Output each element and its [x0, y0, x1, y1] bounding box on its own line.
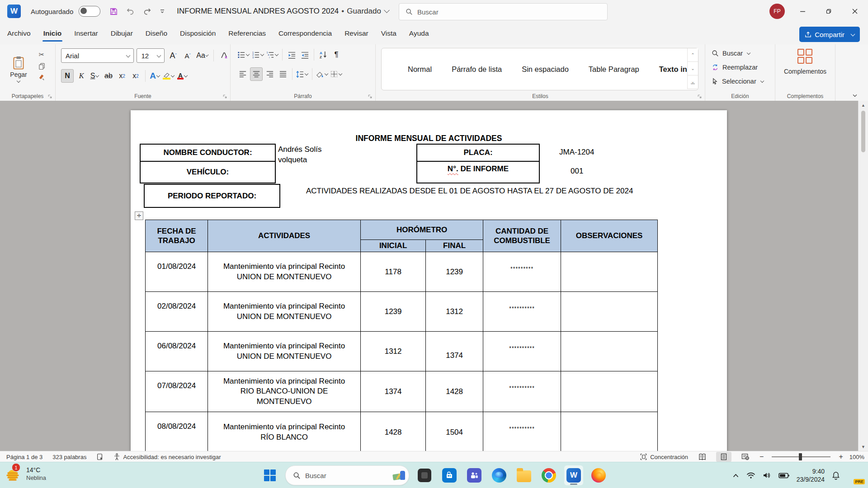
zoom-slider-thumb[interactable]: [799, 453, 802, 460]
justify-button[interactable]: [277, 68, 289, 80]
tab-revisar[interactable]: Revisar: [339, 23, 374, 43]
shrink-font-button[interactable]: Aˇ: [182, 49, 193, 62]
align-right-button[interactable]: [264, 68, 276, 80]
document-page[interactable]: INFORME MENSUAL DE ACTIVIDADES NOMBRE CO…: [131, 110, 727, 451]
style-parrafo-de-lista[interactable]: Párrafo de lista: [442, 65, 512, 74]
complementos-button[interactable]: Complementos: [783, 49, 828, 75]
font-name-combo[interactable]: Arial: [61, 48, 134, 63]
firefox-icon[interactable]: [589, 465, 608, 485]
battery-icon[interactable]: [778, 473, 789, 479]
subscript-button[interactable]: x2: [116, 70, 128, 82]
share-button[interactable]: Compartir: [799, 27, 860, 42]
tab-diseno[interactable]: Diseño: [140, 23, 173, 43]
document-title[interactable]: INFORME MENSUAL ANDRES AGOSTO 2024•Guard…: [177, 7, 389, 16]
text-effects-button[interactable]: A: [149, 70, 161, 82]
cut-icon[interactable]: ✂: [39, 51, 45, 59]
web-layout-button[interactable]: [738, 452, 753, 462]
customize-toolbar-icon[interactable]: [160, 9, 165, 14]
minimize-button[interactable]: [789, 0, 816, 23]
tab-disposicion[interactable]: Disposición: [175, 23, 221, 43]
tab-insertar[interactable]: Insertar: [69, 23, 104, 43]
tab-referencias[interactable]: Referencias: [223, 23, 271, 43]
align-center-button[interactable]: [250, 67, 263, 81]
scroll-down-icon[interactable]: ▼: [859, 442, 868, 451]
page-indicator[interactable]: Página 1 de 3: [6, 454, 42, 460]
styles-scroll-down[interactable]: ⌄: [687, 62, 698, 75]
chrome-icon[interactable]: [539, 465, 558, 485]
volume-icon[interactable]: [763, 472, 771, 479]
undo-icon[interactable]: [126, 7, 135, 16]
portapapeles-dialog-launcher[interactable]: [47, 94, 52, 99]
copilot-icon[interactable]: PRE: [847, 466, 863, 484]
activities-table[interactable]: FECHA DE TRABAJO ACTIVIDADES HORÓMETRO C…: [145, 220, 658, 451]
align-left-button[interactable]: [237, 68, 249, 80]
tab-ayuda[interactable]: Ayuda: [404, 23, 434, 43]
font-size-combo[interactable]: 12: [137, 48, 165, 63]
notification-bell-icon[interactable]: [832, 471, 840, 480]
microsoft-store-icon[interactable]: [440, 465, 459, 485]
multilevel-list-button[interactable]: 1ai: [266, 48, 279, 61]
style-sin-espaciado[interactable]: Sin espaciado: [512, 65, 579, 74]
select-button[interactable]: Seleccionar: [712, 76, 775, 86]
scroll-up-icon[interactable]: ▲: [859, 101, 868, 109]
weather-widget[interactable]: 1 14°C Neblina: [5, 465, 46, 484]
grow-font-button[interactable]: Aˆ: [167, 49, 179, 62]
find-button[interactable]: Buscar: [712, 48, 775, 58]
read-mode-button[interactable]: [694, 452, 710, 462]
tab-inicio[interactable]: Inicio: [38, 23, 67, 43]
file-explorer-icon[interactable]: [514, 465, 533, 485]
dark-app-icon[interactable]: [415, 465, 434, 485]
restore-button[interactable]: [816, 0, 842, 23]
tab-vista[interactable]: Vista: [376, 23, 402, 43]
zoom-level[interactable]: 100%: [849, 454, 864, 460]
increase-indent-button[interactable]: [299, 48, 311, 61]
zoom-in-button[interactable]: +: [839, 453, 843, 461]
redo-icon[interactable]: [143, 7, 151, 16]
tab-archivo[interactable]: Archivo: [2, 23, 36, 43]
line-spacing-button[interactable]: [296, 68, 309, 80]
accessibility-status[interactable]: Accesibilidad: es necesario investigar: [113, 453, 221, 460]
clock[interactable]: 9:40 23/9/2024: [797, 467, 825, 483]
autosave-toggle[interactable]: [79, 6, 100, 17]
taskbar-search[interactable]: Buscar: [285, 465, 409, 485]
tray-chevron-icon[interactable]: [732, 473, 739, 478]
scrollbar-thumb[interactable]: [861, 111, 865, 152]
save-icon[interactable]: [109, 7, 118, 16]
bullet-list-button[interactable]: [237, 48, 250, 61]
font-color-button[interactable]: A: [177, 70, 189, 82]
wifi-icon[interactable]: [746, 472, 755, 479]
fuente-dialog-launcher[interactable]: [222, 94, 227, 99]
strikethrough-button[interactable]: ab: [103, 70, 114, 82]
close-button[interactable]: [842, 0, 868, 23]
tab-correspondencia[interactable]: Correspondencia: [273, 23, 337, 43]
format-painter-icon[interactable]: [38, 74, 45, 80]
bold-button[interactable]: N: [61, 69, 74, 83]
word-taskbar-icon[interactable]: W: [564, 465, 583, 485]
numbered-list-button[interactable]: 123: [251, 48, 264, 61]
style-table-paragraph[interactable]: Table Paragrap: [579, 65, 649, 74]
vertical-scrollbar[interactable]: ▲ ▼: [858, 101, 868, 451]
start-button[interactable]: [260, 465, 279, 485]
change-case-button[interactable]: Aa: [196, 49, 209, 62]
print-layout-button[interactable]: [716, 452, 731, 462]
zoom-slider[interactable]: [772, 456, 830, 457]
sort-button[interactable]: AZ: [317, 48, 329, 61]
account-avatar[interactable]: FP: [769, 4, 785, 19]
tab-dibujar[interactable]: Dibujar: [105, 23, 138, 43]
superscript-button[interactable]: x2: [130, 70, 142, 82]
italic-button[interactable]: K: [75, 70, 87, 82]
zoom-out-button[interactable]: −: [760, 453, 764, 461]
table-move-handle[interactable]: ✛: [135, 211, 143, 220]
shading-button[interactable]: [316, 68, 329, 80]
styles-more-button[interactable]: ⌄: [687, 75, 698, 89]
copy-icon[interactable]: [38, 63, 45, 70]
decrease-indent-button[interactable]: [286, 48, 297, 61]
edge-icon[interactable]: [490, 465, 509, 485]
show-paragraph-marks-button[interactable]: ¶: [330, 48, 342, 61]
proofing-icon[interactable]: [96, 453, 104, 460]
replace-button[interactable]: Reemplazar: [712, 62, 775, 72]
estilos-dialog-launcher[interactable]: [697, 94, 702, 99]
styles-scroll-up[interactable]: ⌃: [687, 48, 698, 62]
parrafo-dialog-launcher[interactable]: [368, 94, 373, 99]
search-input[interactable]: Buscar: [399, 3, 608, 20]
